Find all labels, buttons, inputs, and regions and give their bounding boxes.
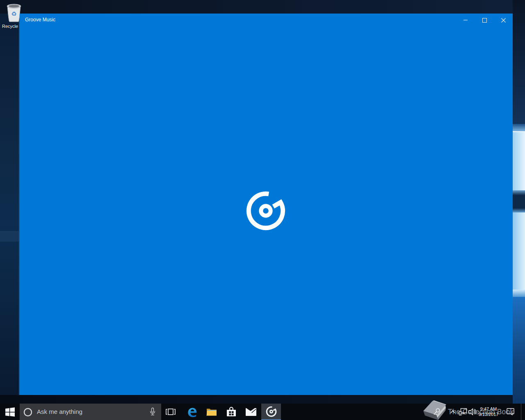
wallpaper-right-strip	[513, 0, 525, 404]
magnifier-icon	[433, 408, 441, 416]
svg-text:♻: ♻	[11, 10, 16, 17]
clock[interactable]: 9:47 AM 9/13/2017	[477, 404, 500, 420]
cortana-ring-icon	[23, 408, 32, 417]
tray-time: 9:47 AM	[480, 406, 497, 412]
action-center-button[interactable]	[504, 404, 517, 420]
show-desktop-button[interactable]	[521, 404, 525, 420]
microphone-icon[interactable]	[149, 407, 156, 416]
groove-music-taskbar-button[interactable]	[261, 404, 281, 420]
mail-button[interactable]	[242, 404, 260, 420]
volume-icon	[468, 408, 477, 416]
wallpaper-light-pane	[513, 131, 525, 190]
tray-magnifier-button[interactable]	[432, 404, 442, 420]
minimize-icon	[463, 18, 468, 22]
file-explorer-button[interactable]	[202, 404, 221, 420]
search-placeholder: Ask me anything	[37, 408, 82, 415]
volume-button[interactable]	[468, 404, 477, 420]
wallpaper-bottom-strip	[0, 395, 513, 404]
groove-music-icon	[266, 406, 277, 417]
show-hidden-icons-button[interactable]	[449, 404, 457, 420]
edge-icon	[187, 406, 198, 418]
taskbar: The Collection Book Ask me anything	[0, 404, 525, 420]
groove-music-icon	[245, 190, 286, 231]
task-view-button[interactable]	[161, 404, 180, 420]
window-caption-buttons	[456, 14, 513, 27]
close-button[interactable]	[494, 14, 513, 27]
network-icon	[458, 408, 467, 415]
task-view-icon	[165, 408, 176, 416]
mail-envelope-icon	[246, 408, 256, 416]
store-button[interactable]	[222, 404, 241, 420]
action-center-icon	[507, 408, 515, 416]
maximize-icon	[482, 18, 487, 23]
folder-icon	[206, 408, 217, 416]
tray-date: 9/13/2017	[479, 412, 499, 417]
wallpaper-top-strip	[0, 0, 525, 14]
close-icon	[501, 18, 506, 23]
wallpaper-left-strip	[0, 14, 20, 395]
edge-button[interactable]	[183, 404, 201, 420]
network-status-button[interactable]	[458, 404, 468, 420]
start-button[interactable]	[0, 404, 20, 420]
groove-music-window: Groove Music	[20, 14, 513, 395]
desktop: ♻ Recycle Bin Groove Music	[0, 0, 525, 420]
cortana-search-box[interactable]: Ask me anything	[20, 404, 161, 420]
store-bag-icon	[226, 406, 236, 417]
minimize-button[interactable]	[456, 14, 475, 27]
windows-logo-icon	[5, 407, 15, 417]
hidden-icons-chevron-icon	[450, 410, 456, 414]
wallpaper-light-pane	[513, 212, 525, 290]
window-title: Groove Music	[25, 17, 55, 23]
maximize-button[interactable]	[475, 14, 494, 27]
